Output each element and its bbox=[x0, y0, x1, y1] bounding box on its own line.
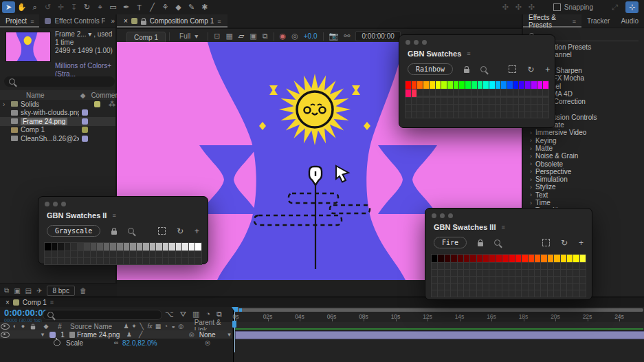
swatch-20[interactable] bbox=[525, 81, 531, 89]
layer-visibility-icon[interactable] bbox=[0, 332, 10, 338]
swatch-21[interactable] bbox=[182, 243, 188, 251]
brush-tool[interactable]: ╱ bbox=[146, 1, 159, 13]
chevron-right-icon[interactable]: › bbox=[530, 137, 532, 144]
swatch-10[interactable] bbox=[465, 81, 471, 89]
chevron-right-icon[interactable]: › bbox=[530, 145, 532, 152]
puppet-engine-1[interactable]: ✣ bbox=[499, 1, 512, 13]
swatch-14[interactable] bbox=[522, 255, 527, 262]
playhead-grip[interactable] bbox=[232, 321, 236, 328]
twirl-icon[interactable]: › bbox=[3, 100, 8, 108]
project-search-input[interactable] bbox=[4, 76, 115, 87]
exposure-icon[interactable]: ◎ bbox=[291, 32, 298, 41]
swatch-16[interactable] bbox=[535, 255, 540, 262]
swatch-17[interactable] bbox=[541, 255, 546, 262]
chevron-right-icon[interactable]: › bbox=[530, 191, 532, 198]
search-icon[interactable] bbox=[494, 239, 500, 246]
snapping-toggle[interactable]: Snapping bbox=[553, 3, 593, 11]
swatch-22[interactable] bbox=[573, 255, 579, 262]
puppet-engine-3[interactable]: ✣ bbox=[525, 1, 538, 13]
layer-name[interactable]: Frame 24.png bbox=[77, 331, 125, 339]
swatch-12[interactable] bbox=[478, 81, 483, 89]
snapping-checkbox-icon[interactable] bbox=[553, 3, 561, 11]
label-chip[interactable] bbox=[82, 109, 88, 116]
swatch-1[interactable] bbox=[438, 255, 443, 262]
add-swatch-icon[interactable]: + bbox=[579, 238, 584, 248]
motion-blur-icon[interactable]: ◔ bbox=[162, 323, 170, 330]
swatch-3[interactable] bbox=[423, 81, 429, 89]
window-controls[interactable] bbox=[399, 35, 555, 45]
lock-icon[interactable] bbox=[478, 242, 483, 246]
playhead-marker[interactable] bbox=[232, 307, 238, 312]
panel-menu-icon[interactable]: ≡ bbox=[217, 18, 221, 25]
swatch-1[interactable] bbox=[412, 81, 417, 89]
snapshot-camera-icon[interactable]: 📷 bbox=[329, 32, 339, 41]
expand-icon[interactable]: ⤢ bbox=[608, 1, 621, 13]
label-chip[interactable] bbox=[82, 118, 88, 125]
window-controls[interactable] bbox=[425, 209, 592, 218]
swatch-13[interactable] bbox=[515, 255, 521, 262]
lock-icon[interactable] bbox=[111, 231, 117, 235]
swatch-15[interactable] bbox=[529, 255, 534, 262]
label-chip[interactable] bbox=[94, 101, 100, 107]
footage-name-line[interactable]: Frame 2... ▾ , used 1 time bbox=[55, 30, 115, 47]
swatch-4[interactable] bbox=[430, 81, 435, 89]
panel-menu-icon[interactable]: ≡ bbox=[501, 224, 504, 231]
swatch-17[interactable] bbox=[507, 81, 513, 89]
swatch-2[interactable] bbox=[417, 81, 423, 89]
swatch-23[interactable] bbox=[543, 81, 548, 89]
project-item-comp-1[interactable]: Comp 1 bbox=[0, 126, 115, 135]
label-chip[interactable] bbox=[82, 136, 88, 142]
timeline-search-input[interactable] bbox=[43, 310, 162, 320]
label-column-icon[interactable]: ◆ bbox=[38, 323, 54, 330]
chevron-right-icon[interactable]: › bbox=[530, 153, 532, 160]
effects-category-immersive-video[interactable]: ›Immersive Video bbox=[523, 129, 644, 136]
effects-category-text[interactable]: ›Text bbox=[523, 191, 644, 199]
pickwhip-icon[interactable]: ◎ bbox=[199, 339, 216, 346]
region-of-interest-icon[interactable]: ▣ bbox=[249, 32, 256, 41]
link-dimensions-icon[interactable]: ∞ bbox=[110, 339, 122, 346]
3d-layer-icon[interactable]: ◎ bbox=[177, 323, 185, 330]
guides-icon[interactable]: ⊡ bbox=[214, 32, 220, 41]
panel-menu-icon[interactable]: ≡ bbox=[30, 18, 34, 25]
swatch-19[interactable] bbox=[554, 255, 559, 262]
composition-flowchart-icon[interactable]: ⌥ bbox=[165, 310, 174, 319]
search-icon[interactable] bbox=[128, 228, 134, 234]
effects-category-perspective[interactable]: ›Perspective bbox=[523, 168, 644, 175]
swatch-5[interactable] bbox=[78, 243, 84, 251]
effects-category-keying[interactable]: ›Keying bbox=[523, 137, 644, 145]
swatch-9[interactable] bbox=[459, 81, 465, 89]
effects-category-obsolete[interactable]: ›Obsolete bbox=[523, 160, 644, 167]
tab-tracker[interactable]: Tracker bbox=[581, 14, 616, 28]
swatch-extra-0[interactable] bbox=[406, 89, 411, 97]
chevron-right-icon[interactable]: › bbox=[530, 129, 532, 136]
rotation-tool[interactable]: ↻ bbox=[80, 1, 93, 13]
scale-value[interactable]: 82.0,82.0% bbox=[122, 339, 183, 347]
project-item-solids[interactable]: ›Solids⁂ bbox=[0, 100, 115, 109]
swatch-7[interactable] bbox=[447, 81, 453, 89]
quality-icon[interactable]: ╲ bbox=[138, 323, 146, 330]
project-item-cleansh-8-26-2x-png[interactable]: CleanSh...8.26@2x.png bbox=[0, 134, 115, 143]
close-icon[interactable]: × bbox=[124, 17, 128, 25]
collapse-icon[interactable]: ✦ bbox=[131, 323, 138, 330]
new-folder-icon[interactable]: ▣ bbox=[14, 287, 20, 295]
pan-behind-tool[interactable]: ⌖ bbox=[93, 1, 107, 13]
close-icon[interactable]: × bbox=[5, 299, 10, 306]
solo-column-icon[interactable]: ● bbox=[19, 323, 27, 330]
puppet-pin-tool[interactable]: ✱ bbox=[198, 1, 211, 13]
swatch-22[interactable] bbox=[537, 81, 543, 89]
swatch-14[interactable] bbox=[137, 243, 143, 251]
swatch-16[interactable] bbox=[501, 81, 507, 89]
bit-depth-button[interactable]: 8 bpc bbox=[47, 286, 74, 296]
swatch-18[interactable] bbox=[163, 243, 169, 251]
select-region-icon[interactable] bbox=[158, 227, 166, 235]
swatch-20[interactable] bbox=[176, 243, 182, 251]
effects-category-matte[interactable]: ›Matte bbox=[523, 145, 644, 152]
layer-duration-bar[interactable] bbox=[235, 331, 644, 339]
swatch-8[interactable] bbox=[97, 243, 103, 251]
swatch-22[interactable] bbox=[189, 243, 195, 251]
swatch-2[interactable] bbox=[58, 243, 64, 251]
swatch-20[interactable] bbox=[561, 255, 566, 262]
layer-row[interactable]: ▾ 1 Frame 24.png ♟ ╱ ◎ None ▾ bbox=[0, 330, 232, 339]
chevron-right-icon[interactable]: › bbox=[530, 160, 532, 167]
panel-menu-icon[interactable]: ≡ bbox=[112, 212, 115, 219]
